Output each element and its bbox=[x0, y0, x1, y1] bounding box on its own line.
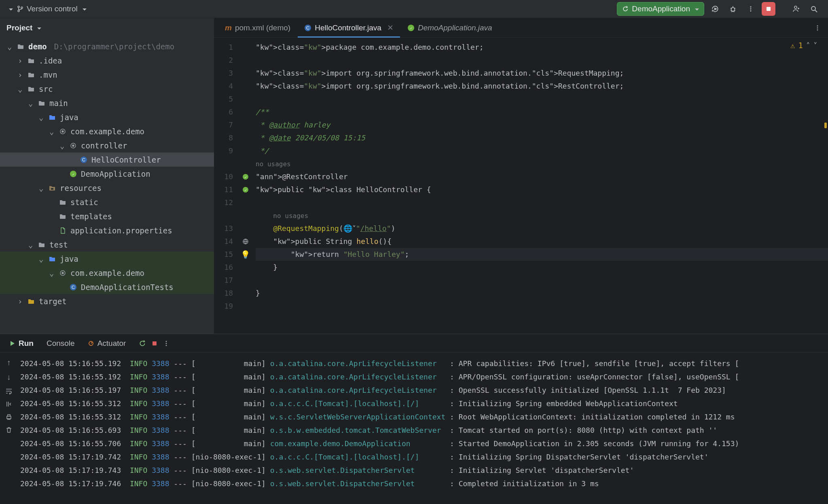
spring-gutter-icon[interactable] bbox=[242, 186, 249, 193]
tree-node[interactable]: › .idea bbox=[0, 53, 214, 68]
main-menu-dropdown[interactable] bbox=[7, 4, 13, 13]
tree-node[interactable]: › .mvn bbox=[0, 68, 214, 82]
svg-rect-17 bbox=[51, 188, 53, 190]
code-with-me-button[interactable] bbox=[789, 2, 803, 16]
node-icon bbox=[58, 128, 67, 135]
expand-arrow-icon: › bbox=[18, 70, 23, 79]
svg-point-4 bbox=[750, 6, 752, 8]
version-control-dropdown[interactable]: Version control bbox=[17, 4, 87, 13]
rerun-button[interactable] bbox=[139, 340, 146, 347]
tree-node[interactable]: C DemoApplicationTests bbox=[0, 280, 214, 294]
expand-arrow-icon: ⌄ bbox=[28, 240, 34, 249]
tabs-more-button[interactable] bbox=[807, 25, 828, 31]
node-icon: C bbox=[79, 156, 88, 163]
up-button[interactable]: ↑ bbox=[7, 358, 11, 367]
code-editor[interactable]: "kw">class="kw">package com.example.demo… bbox=[252, 38, 828, 334]
down-button[interactable]: ↓ bbox=[7, 373, 11, 382]
tree-node[interactable]: ⌄ src bbox=[0, 82, 214, 96]
tree-node[interactable]: ⌄ com.example.demo bbox=[0, 266, 214, 280]
tree-node[interactable]: C HelloController bbox=[0, 152, 214, 167]
node-label: DemoApplication bbox=[81, 169, 150, 178]
tree-node[interactable]: application.properties bbox=[0, 223, 214, 237]
inspection-badge[interactable]: ⚠ 1 ˄ ˅ bbox=[790, 41, 817, 50]
node-icon bbox=[69, 142, 78, 149]
tree-node[interactable]: ⌄ test bbox=[0, 237, 214, 252]
log-line: 2024-05-08 15:16:55.693 INFO 3388 --- [ … bbox=[20, 424, 828, 437]
tree-node[interactable]: ⌄ main bbox=[0, 96, 214, 110]
line-number-gutter: 12345678910111213141516171819 bbox=[214, 38, 239, 334]
svg-point-27 bbox=[817, 29, 818, 30]
tab-label: DemoApplication.java bbox=[418, 23, 492, 32]
warning-marker[interactable] bbox=[824, 123, 827, 128]
tree-node[interactable]: ⌄ resources bbox=[0, 181, 214, 195]
globe-icon: 🌐 bbox=[343, 224, 352, 233]
run-tool-window: Run Console Actuator ↑ ↓ 2024-05-08 15:1… bbox=[0, 334, 828, 504]
stop-button[interactable] bbox=[152, 341, 157, 346]
spring-gutter-icon[interactable] bbox=[242, 173, 249, 180]
actuator-tab[interactable]: Actuator bbox=[85, 337, 129, 349]
node-label: com.example.demo bbox=[70, 127, 144, 136]
debug-button[interactable] bbox=[726, 2, 740, 16]
svg-point-28 bbox=[243, 174, 248, 180]
log-line: 2024-05-08 15:17:19.742 INFO 3388 --- [n… bbox=[20, 450, 828, 464]
prev-highlight-button[interactable]: ˄ bbox=[806, 41, 810, 50]
close-tab-button[interactable]: ✕ bbox=[387, 23, 394, 32]
svg-point-2 bbox=[21, 7, 23, 8]
svg-text:C: C bbox=[72, 285, 75, 290]
node-icon bbox=[48, 255, 57, 263]
console-tab[interactable]: Console bbox=[44, 337, 77, 349]
scroll-end-button[interactable] bbox=[5, 400, 13, 408]
tree-node[interactable]: ⌄ java bbox=[0, 110, 214, 124]
web-gutter-icon[interactable] bbox=[242, 238, 249, 245]
project-title: Project bbox=[6, 23, 32, 32]
tree-node[interactable]: ⌄ controller bbox=[0, 138, 214, 152]
tab-label: HelloController.java bbox=[315, 23, 381, 32]
tree-node[interactable]: templates bbox=[0, 209, 214, 223]
run-button[interactable] bbox=[708, 2, 722, 16]
editor-tab[interactable]: CHelloController.java✕ bbox=[298, 18, 400, 37]
node-label: resources bbox=[60, 184, 102, 193]
console-label: Console bbox=[47, 339, 75, 348]
console-toolbar: ↑ ↓ bbox=[0, 353, 18, 504]
tree-node[interactable]: static bbox=[0, 195, 214, 209]
editor-tab[interactable]: mpom.xml (demo) bbox=[218, 18, 297, 37]
soft-wrap-button[interactable] bbox=[5, 388, 13, 395]
project-header[interactable]: Project bbox=[0, 18, 214, 38]
node-label: .idea bbox=[39, 56, 62, 65]
expand-arrow-icon: ⌄ bbox=[39, 254, 44, 263]
warning-icon: ⚠ bbox=[790, 41, 795, 50]
svg-point-35 bbox=[166, 345, 167, 346]
more-button[interactable] bbox=[163, 340, 169, 347]
node-label: controller bbox=[81, 141, 127, 150]
tree-node[interactable]: ⌄ demo D:\programmer\project\demo bbox=[0, 39, 214, 53]
error-stripe[interactable] bbox=[821, 38, 828, 334]
delete-button[interactable] bbox=[5, 426, 13, 434]
node-label: java bbox=[60, 113, 78, 122]
log-line: 2024-05-08 15:17:19.743 INFO 3388 --- [n… bbox=[20, 464, 828, 477]
intention-bulb-icon[interactable]: 💡 bbox=[241, 250, 250, 259]
svg-point-8 bbox=[794, 6, 797, 8]
next-highlight-button[interactable]: ˅ bbox=[813, 41, 817, 50]
more-actions-button[interactable] bbox=[744, 2, 758, 16]
node-label: java bbox=[60, 254, 78, 263]
tree-node[interactable]: DemoApplication bbox=[0, 167, 214, 181]
tree-node[interactable]: ⌄ java bbox=[0, 252, 214, 266]
print-button[interactable] bbox=[5, 413, 13, 421]
log-line: 2024-05-08 15:16:55.192 INFO 3388 --- [ … bbox=[20, 357, 828, 370]
console-output[interactable]: 2024-05-08 15:16:55.192 INFO 3388 --- [ … bbox=[18, 353, 828, 504]
tree-node[interactable]: ⌄ com.example.demo bbox=[0, 124, 214, 138]
expand-arrow-icon: ⌄ bbox=[49, 127, 55, 136]
maven-icon: m bbox=[225, 23, 232, 32]
tree-node[interactable]: › target bbox=[0, 294, 214, 308]
stop-button[interactable] bbox=[762, 2, 775, 16]
search-everywhere-button[interactable] bbox=[807, 2, 821, 16]
svg-point-5 bbox=[750, 8, 752, 10]
editor-tabs: mpom.xml (demo)CHelloController.java✕Dem… bbox=[214, 18, 828, 38]
node-icon bbox=[27, 298, 36, 305]
editor-tab[interactable]: DemoApplication.java bbox=[401, 18, 499, 37]
log-line: 2024-05-08 15:16:55.312 INFO 3388 --- [ … bbox=[20, 410, 828, 424]
svg-point-19 bbox=[62, 272, 64, 274]
run-tab[interactable]: Run bbox=[6, 337, 36, 349]
actuator-icon bbox=[88, 340, 94, 347]
run-config-dropdown[interactable]: DemoApplication bbox=[617, 2, 704, 16]
